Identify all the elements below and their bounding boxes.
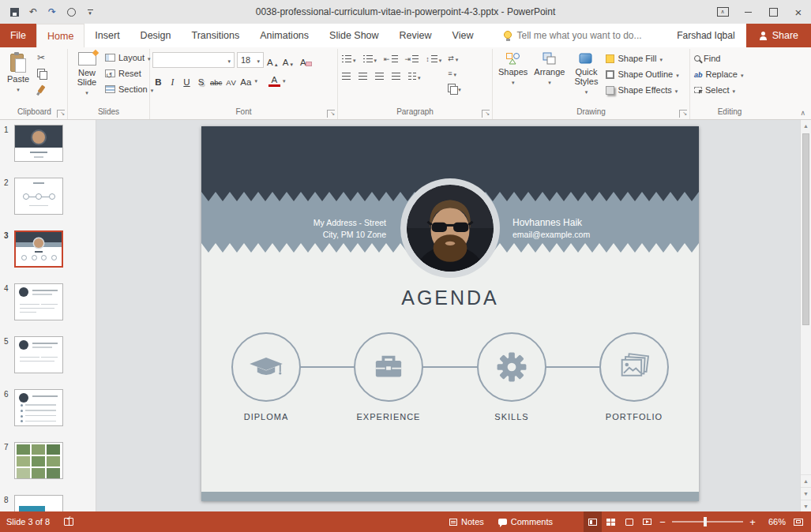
- grow-font-button[interactable]: A▲: [266, 53, 280, 67]
- agenda-label-diploma[interactable]: DIPLOMA: [211, 412, 321, 421]
- shapes-button[interactable]: Shapes: [495, 50, 531, 88]
- cut-button[interactable]: [32, 50, 50, 66]
- layout-button[interactable]: Layout: [103, 50, 155, 66]
- justify-button[interactable]: [390, 69, 402, 84]
- slide-thumbnail-5[interactable]: [14, 336, 63, 373]
- save-icon[interactable]: [6, 3, 22, 21]
- slide-thumbnail-8[interactable]: [14, 495, 63, 511]
- tab-design[interactable]: Design: [130, 24, 182, 47]
- font-dialog-launcher[interactable]: [327, 110, 335, 118]
- reading-view-button[interactable]: [620, 511, 638, 532]
- increase-indent-button[interactable]: ⇥: [404, 52, 421, 66]
- profile-photo-frame[interactable]: [400, 178, 500, 278]
- tab-file[interactable]: File: [0, 24, 36, 47]
- numbering-button[interactable]: [362, 52, 379, 66]
- arrange-button[interactable]: Arrange: [531, 50, 568, 88]
- vertical-scrollbar[interactable]: ▲ ▲ ▼ ▼: [800, 120, 811, 511]
- scroll-up-icon[interactable]: ▲: [801, 120, 811, 132]
- font-name-combo[interactable]: [152, 52, 235, 68]
- agenda-label-skills[interactable]: SKILLS: [456, 412, 567, 421]
- columns-button[interactable]: [407, 69, 422, 84]
- tab-slide-show[interactable]: Slide Show: [319, 24, 389, 47]
- tab-home[interactable]: Home: [36, 24, 84, 47]
- touch-mode-icon[interactable]: [63, 3, 79, 21]
- close-button[interactable]: [786, 0, 811, 24]
- zoom-in-button[interactable]: +: [746, 516, 759, 528]
- clear-formatting-button[interactable]: A: [297, 53, 309, 67]
- agenda-item-portfolio[interactable]: [599, 332, 669, 402]
- slide-canvas[interactable]: My Address - Street City, PM 10 Zone: [201, 126, 699, 501]
- tab-insert[interactable]: Insert: [84, 24, 130, 47]
- replace-button[interactable]: Replace: [693, 66, 745, 82]
- signed-in-user[interactable]: Farshad Iqbal: [677, 24, 734, 47]
- share-button[interactable]: Share: [746, 24, 811, 47]
- underline-button[interactable]: U: [181, 73, 193, 87]
- ribbon-display-options-icon[interactable]: [710, 0, 735, 24]
- fit-slide-to-window-icon[interactable]: [794, 519, 803, 526]
- align-left-button[interactable]: [340, 69, 352, 84]
- slide-thumbnail-7[interactable]: [14, 442, 63, 479]
- person-text-block[interactable]: Hovhannes Haik email@example.com: [513, 217, 590, 241]
- find-button[interactable]: Find: [693, 51, 745, 66]
- slide-thumbnail-1[interactable]: [14, 125, 63, 162]
- agenda-item-skills[interactable]: [477, 332, 546, 402]
- previous-slide-button[interactable]: ▲: [801, 474, 811, 487]
- slide-thumbnail-6[interactable]: [14, 389, 63, 426]
- font-size-combo[interactable]: 18: [237, 52, 264, 68]
- address-text-block[interactable]: My Address - Street City, PM 10 Zone: [314, 217, 386, 241]
- format-painter-button[interactable]: [32, 81, 50, 97]
- zoom-out-button[interactable]: −: [656, 516, 669, 528]
- zoom-slider-thumb[interactable]: [704, 517, 707, 526]
- slide-footer-bar[interactable]: [201, 492, 699, 501]
- section-button[interactable]: Section: [103, 81, 155, 97]
- quick-styles-button[interactable]: Quick Styles: [568, 50, 604, 97]
- shrink-font-button[interactable]: A▼: [282, 53, 295, 67]
- slide-title[interactable]: AGENDA: [201, 287, 699, 309]
- agenda-item-experience[interactable]: [354, 332, 423, 402]
- redo-icon[interactable]: [44, 3, 60, 21]
- select-button[interactable]: Select: [693, 82, 745, 98]
- agenda-item-diploma[interactable]: [231, 332, 301, 402]
- paragraph-dialog-launcher[interactable]: [482, 110, 490, 118]
- bold-button[interactable]: B: [152, 73, 164, 87]
- slide-thumbnail-4[interactable]: [14, 283, 63, 320]
- collapse-ribbon-icon[interactable]: [800, 109, 805, 117]
- customize-quick-access-icon[interactable]: [82, 3, 98, 21]
- clipboard-dialog-launcher[interactable]: [57, 110, 65, 118]
- slide-thumbnail-2[interactable]: [14, 178, 63, 215]
- minimize-button[interactable]: [735, 0, 760, 24]
- zoom-slider[interactable]: [672, 521, 743, 523]
- italic-button[interactable]: I: [167, 73, 178, 87]
- zoom-level[interactable]: 66%: [759, 517, 786, 526]
- notes-button[interactable]: Notes: [442, 511, 491, 532]
- decrease-indent-button[interactable]: ⇤: [382, 52, 400, 66]
- agenda-label-experience[interactable]: EXPERIENCE: [333, 412, 444, 421]
- align-right-button[interactable]: [374, 69, 385, 84]
- tab-view[interactable]: View: [442, 24, 484, 47]
- bullets-button[interactable]: [340, 52, 358, 66]
- maximize-button[interactable]: [760, 0, 786, 24]
- line-spacing-button[interactable]: ↕: [424, 52, 443, 66]
- slide-indicator[interactable]: Slide 3 of 8: [6, 517, 50, 526]
- slide-sorter-view-button[interactable]: [602, 511, 620, 532]
- undo-icon[interactable]: [25, 3, 41, 21]
- normal-view-button[interactable]: [584, 511, 602, 532]
- slide-editing-area[interactable]: My Address - Street City, PM 10 Zone: [96, 120, 811, 511]
- font-color-button[interactable]: A: [268, 73, 280, 87]
- strikethrough-button[interactable]: abc: [209, 73, 223, 87]
- slide-thumbnail-3-selected[interactable]: [14, 230, 63, 268]
- character-spacing-button[interactable]: AV: [225, 73, 237, 87]
- comments-button[interactable]: Comments: [491, 511, 560, 532]
- slide-show-button[interactable]: [638, 511, 656, 532]
- shape-fill-button[interactable]: Shape Fill: [604, 51, 680, 66]
- shape-outline-button[interactable]: Shape Outline: [604, 66, 680, 82]
- shape-effects-button[interactable]: Shape Effects: [604, 82, 680, 98]
- copy-button[interactable]: [32, 66, 50, 81]
- agenda-label-portfolio[interactable]: PORTFOLIO: [579, 412, 689, 421]
- drawing-dialog-launcher[interactable]: [679, 110, 687, 118]
- text-shadow-button[interactable]: S: [195, 73, 207, 87]
- paste-button[interactable]: Paste: [4, 50, 32, 95]
- align-text-button[interactable]: ≡: [446, 66, 463, 81]
- tab-animations[interactable]: Animations: [250, 24, 319, 47]
- tab-transitions[interactable]: Transitions: [182, 24, 250, 47]
